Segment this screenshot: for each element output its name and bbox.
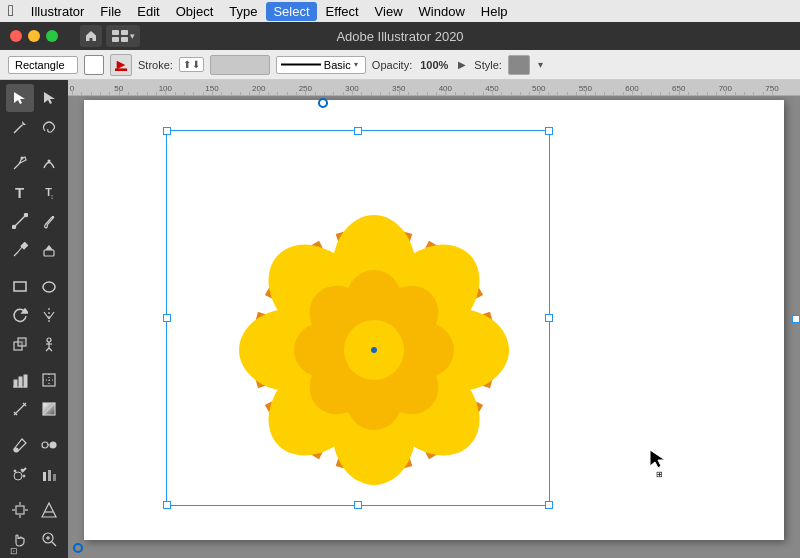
tool-row-measure <box>6 395 63 423</box>
svg-point-48 <box>21 469 23 471</box>
sel-handle-tl[interactable] <box>163 127 171 135</box>
flower-graphic[interactable] <box>184 160 564 530</box>
stroke-style-label: Basic <box>324 59 351 71</box>
svg-line-6 <box>14 125 22 133</box>
menu-type[interactable]: Type <box>222 2 264 21</box>
gradient-tool[interactable] <box>35 395 63 423</box>
menu-effect[interactable]: Effect <box>319 2 366 21</box>
svg-rect-16 <box>21 242 27 248</box>
stroke-style-box[interactable]: Basic ▾ <box>276 56 366 74</box>
pen-tool[interactable] <box>6 149 34 177</box>
tool-row-artboard <box>6 496 63 524</box>
fill-color-box[interactable] <box>84 55 104 75</box>
reflect-tool[interactable] <box>35 301 63 329</box>
svg-rect-4 <box>115 68 127 71</box>
menu-help[interactable]: Help <box>474 2 515 21</box>
svg-point-25 <box>47 338 51 342</box>
selection-tool[interactable] <box>6 84 34 112</box>
style-chevron[interactable]: ▾ <box>536 59 545 70</box>
menu-select[interactable]: Select <box>266 2 316 21</box>
svg-point-47 <box>14 470 16 472</box>
opacity-value[interactable]: 100% <box>420 59 448 71</box>
svg-point-42 <box>14 448 18 452</box>
lasso-tool[interactable] <box>35 113 63 141</box>
eyedropper-tool[interactable] <box>6 431 34 459</box>
svg-rect-18 <box>44 250 54 256</box>
type-tool[interactable]: T <box>6 178 34 206</box>
eraser-tool[interactable] <box>35 236 63 264</box>
zoom-tool[interactable] <box>35 525 63 553</box>
graph-tool[interactable] <box>6 366 34 394</box>
column-graph-tool[interactable] <box>35 460 63 488</box>
workspace-button[interactable]: ▾ <box>106 25 140 47</box>
tool-row-select <box>6 84 63 112</box>
anchor-point-top <box>318 98 328 108</box>
svg-rect-52 <box>53 474 56 481</box>
app-title: Adobe Illustrator 2020 <box>336 29 463 44</box>
window-controls <box>10 30 58 42</box>
menu-window[interactable]: Window <box>412 2 472 21</box>
opacity-label: Opacity: <box>372 59 412 71</box>
svg-text:⊞: ⊞ <box>656 470 663 478</box>
slice-tool-2[interactable] <box>35 496 63 524</box>
tool-row-symbol <box>6 460 63 488</box>
sel-handle-tr[interactable] <box>545 127 553 135</box>
svg-rect-30 <box>14 380 17 387</box>
minimize-button[interactable] <box>28 30 40 42</box>
reset-colors-icon[interactable]: ⊡ <box>10 546 18 556</box>
tool-row-scale <box>6 330 63 358</box>
touch-type-tool[interactable]: T↕ <box>35 178 63 206</box>
rectangle-tool[interactable] <box>6 272 34 300</box>
svg-rect-3 <box>121 37 128 42</box>
slice-tool[interactable] <box>35 366 63 394</box>
puppet-warp-tool[interactable] <box>35 330 63 358</box>
tool-row-pen <box>6 149 63 177</box>
magic-wand-tool[interactable] <box>6 113 34 141</box>
opacity-chevron[interactable]: ▶ <box>456 59 468 70</box>
stroke-weight-box[interactable] <box>210 55 270 75</box>
svg-point-46 <box>14 472 22 480</box>
right-scroll-handle[interactable] <box>792 315 800 323</box>
svg-line-29 <box>49 348 52 351</box>
curvature-tool[interactable] <box>35 149 63 177</box>
svg-rect-0 <box>112 30 119 35</box>
svg-line-17 <box>18 247 22 252</box>
menu-illustrator[interactable]: Illustrator <box>24 2 91 21</box>
svg-rect-24 <box>18 338 26 346</box>
menu-object[interactable]: Object <box>169 2 221 21</box>
maximize-button[interactable] <box>46 30 58 42</box>
pencil-tool[interactable] <box>6 236 34 264</box>
direct-selection-tool[interactable] <box>35 84 63 112</box>
sel-handle-tc[interactable] <box>354 127 362 135</box>
svg-point-11 <box>12 226 15 229</box>
menu-file[interactable]: File <box>93 2 128 21</box>
apple-menu-icon[interactable]:  <box>8 2 14 20</box>
scale-tool[interactable] <box>6 330 34 358</box>
home-button[interactable] <box>80 25 102 47</box>
measure-tool[interactable] <box>6 395 34 423</box>
paintbrush-tool[interactable] <box>35 207 63 235</box>
style-swatch[interactable] <box>508 55 530 75</box>
tool-row-eyedropper <box>6 431 63 459</box>
ellipse-tool[interactable] <box>35 272 63 300</box>
close-button[interactable] <box>10 30 22 42</box>
blend-tool[interactable] <box>35 431 63 459</box>
artboard[interactable] <box>84 100 784 540</box>
line-segment-tool[interactable] <box>6 207 34 235</box>
fill-icon-btn[interactable] <box>110 54 132 76</box>
cursor-indicator: ⊞ <box>648 448 670 478</box>
sel-handle-bl[interactable] <box>163 501 171 509</box>
svg-line-10 <box>14 215 26 227</box>
rotate-tool[interactable] <box>6 301 34 329</box>
svg-marker-110 <box>650 450 665 468</box>
symbol-sprayer-tool[interactable] <box>6 460 34 488</box>
canvas-area[interactable]: // Will be populated by JS below 0501001… <box>68 80 800 558</box>
sel-handle-ml[interactable] <box>163 314 171 322</box>
menu-edit[interactable]: Edit <box>130 2 166 21</box>
svg-rect-19 <box>14 282 26 291</box>
menu-view[interactable]: View <box>368 2 410 21</box>
toolbar: T T↕ <box>0 80 68 558</box>
svg-line-60 <box>52 542 56 546</box>
svg-rect-53 <box>16 506 24 514</box>
artboard-tool[interactable] <box>6 496 34 524</box>
